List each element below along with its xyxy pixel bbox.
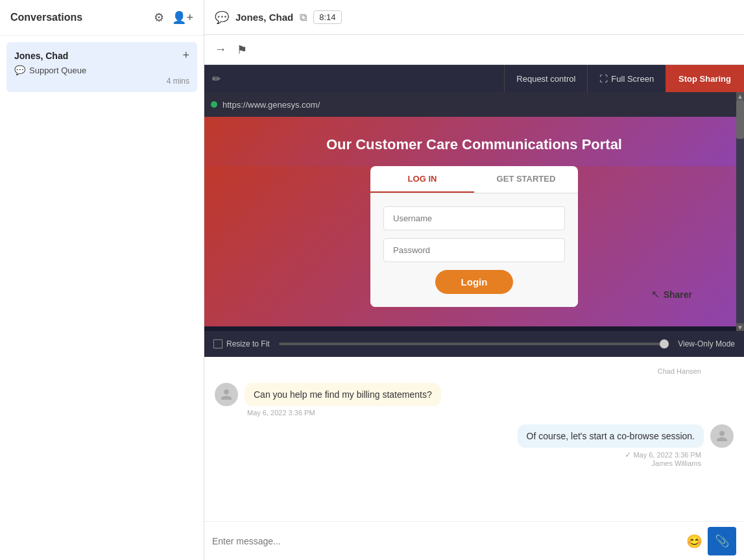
avatar-outgoing — [710, 424, 734, 448]
bubble-text-outgoing: Of course, let's start a co-browse sessi… — [518, 424, 704, 448]
message-bubble-incoming: Can you help me find my billing statemen… — [245, 383, 441, 417]
username-input[interactable] — [383, 206, 565, 230]
slider-thumb — [660, 339, 669, 348]
scroll-down-arrow[interactable]: ▼ — [736, 323, 744, 331]
chat-contact-name: Jones, Chad — [235, 12, 293, 23]
cobrowse-topbar: ✏ Request control ⛶ Full Screen Stop Sha… — [204, 65, 744, 92]
sharer-label: Sharer — [664, 289, 692, 300]
attach-button[interactable]: 📎 — [708, 527, 736, 555]
fullscreen-icon: ⛶ — [599, 74, 608, 84]
login-button[interactable]: Login — [435, 270, 514, 294]
chad-sender-label: Chad Hansen — [215, 367, 734, 375]
fullscreen-label: Full Screen — [611, 74, 654, 84]
chat-timer: 8:14 — [313, 10, 341, 24]
chat-icon: 💬 — [215, 10, 229, 25]
message-input[interactable] — [212, 536, 681, 546]
address-bar: https://www.genesys.com/ — [204, 92, 744, 117]
resize-label: Resize to Fit — [226, 339, 270, 348]
bubble-meta-outgoing: ✓ May 6, 2022 3:36 PM James Williams — [518, 450, 704, 467]
sidebar: Conversations ⚙ 👤+ Jones, Chad + 💬 Suppo… — [0, 0, 204, 560]
sharer-indicator: ↖ Sharer — [651, 288, 692, 300]
portal-title: Our Customer Care Communications Portal — [326, 136, 622, 153]
message-row: Can you help me find my billing statemen… — [215, 383, 734, 417]
conversation-add-icon[interactable]: + — [182, 49, 189, 62]
message-bubble-outgoing: Of course, let's start a co-browse sessi… — [518, 424, 704, 467]
view-mode-label: View-Only Mode — [678, 339, 735, 348]
conversation-sub: 💬 Support Queue — [14, 65, 189, 75]
chat-toolbar: → ⚑ — [204, 35, 744, 65]
portal-header: Our Customer Care Communications Portal — [204, 117, 744, 166]
cobrowse-container: ✏ Request control ⛶ Full Screen Stop Sha… — [204, 65, 744, 357]
fullscreen-button[interactable]: ⛶ Full Screen — [587, 65, 666, 92]
zoom-slider[interactable] — [279, 343, 669, 345]
chat-header: 💬 Jones, Chad ⧉ 8:14 — [204, 0, 744, 35]
messages-area: Chad Hansen Can you help me find my bill… — [204, 357, 744, 521]
sender-name: James Williams — [652, 459, 701, 467]
forward-icon[interactable]: → — [215, 43, 226, 56]
login-tabs: LOG IN GET STARTED — [370, 166, 578, 193]
settings-icon[interactable]: ⚙ — [154, 10, 164, 25]
queue-label: Support Queue — [29, 66, 86, 75]
main-panel: 💬 Jones, Chad ⧉ 8:14 → ⚑ ✏ Request contr… — [204, 0, 744, 560]
login-card: LOG IN GET STARTED Login — [370, 166, 578, 307]
duplicate-icon[interactable]: ⧉ — [300, 12, 307, 23]
attach-icon: 📎 — [715, 534, 729, 548]
flag-icon[interactable]: ⚑ — [237, 43, 247, 57]
scroll-up-arrow[interactable]: ▲ — [736, 92, 744, 100]
emoji-icon[interactable]: 😊 — [686, 533, 702, 549]
tab-get-started[interactable]: GET STARTED — [474, 166, 578, 193]
scrollbar-thumb — [736, 100, 744, 139]
url-text[interactable]: https://www.genesys.com/ — [222, 100, 738, 110]
add-user-icon[interactable]: 👤+ — [172, 10, 193, 25]
resize-checkbox[interactable] — [213, 339, 222, 348]
sidebar-header: Conversations ⚙ 👤+ — [0, 0, 204, 36]
tab-login[interactable]: LOG IN — [370, 166, 474, 193]
request-control-button[interactable]: Request control — [504, 65, 587, 92]
conversation-item[interactable]: Jones, Chad + 💬 Support Queue 4 mins — [6, 42, 197, 92]
cursor-icon: ↖ — [651, 288, 660, 300]
cobrowse-bottombar: Resize to Fit View-Only Mode — [204, 331, 744, 357]
password-input[interactable] — [383, 238, 565, 262]
cobrowse-scrollbar: ▲ ▼ — [736, 92, 744, 331]
avatar-incoming — [215, 383, 238, 406]
browser-content: Our Customer Care Communications Portal … — [204, 117, 744, 331]
checkmarks: ✓ — [625, 450, 633, 459]
queue-icon: 💬 — [14, 65, 25, 75]
conversation-name: Jones, Chad — [14, 51, 68, 61]
pencil-icon[interactable]: ✏ — [204, 73, 228, 85]
sidebar-title: Conversations — [10, 12, 82, 23]
stop-sharing-button[interactable]: Stop Sharing — [666, 65, 744, 92]
bubble-text-incoming: Can you help me find my billing statemen… — [245, 383, 441, 406]
sidebar-actions: ⚙ 👤+ — [154, 10, 193, 25]
message-input-area: 😊 📎 — [204, 521, 744, 560]
message-row-outgoing: Of course, let's start a co-browse sessi… — [215, 424, 734, 467]
resize-to-fit: Resize to Fit — [213, 339, 270, 348]
scrollbar-track[interactable] — [736, 100, 744, 323]
conversation-item-header: Jones, Chad + — [14, 49, 189, 62]
bubble-meta-incoming: May 6, 2022 3:36 PM — [245, 409, 441, 417]
conversation-time: 4 mins — [14, 77, 189, 86]
login-form: Login — [370, 193, 578, 307]
security-dot — [211, 101, 217, 108]
